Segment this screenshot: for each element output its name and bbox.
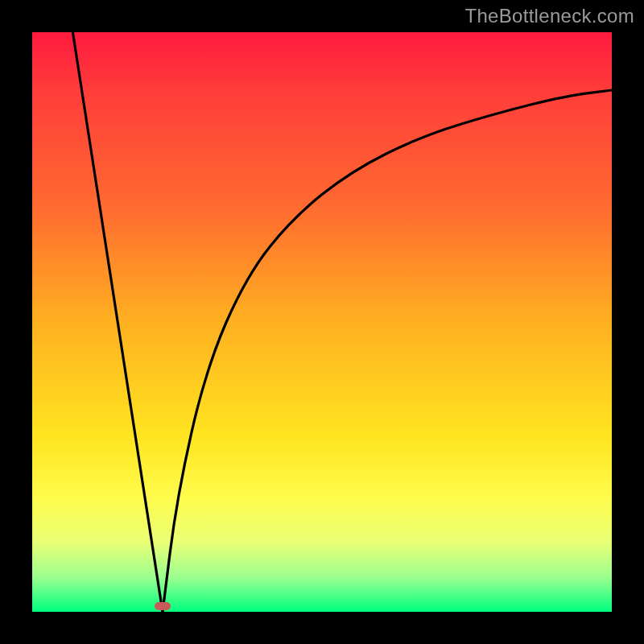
plot-area <box>32 32 612 612</box>
watermark-text: TheBottleneck.com <box>464 5 634 27</box>
curve-svg <box>32 32 612 612</box>
bottleneck-marker <box>155 602 171 610</box>
bottleneck-curve-right <box>163 90 612 612</box>
chart-frame: TheBottleneck.com <box>0 0 644 644</box>
bottleneck-curve-left <box>72 32 163 612</box>
